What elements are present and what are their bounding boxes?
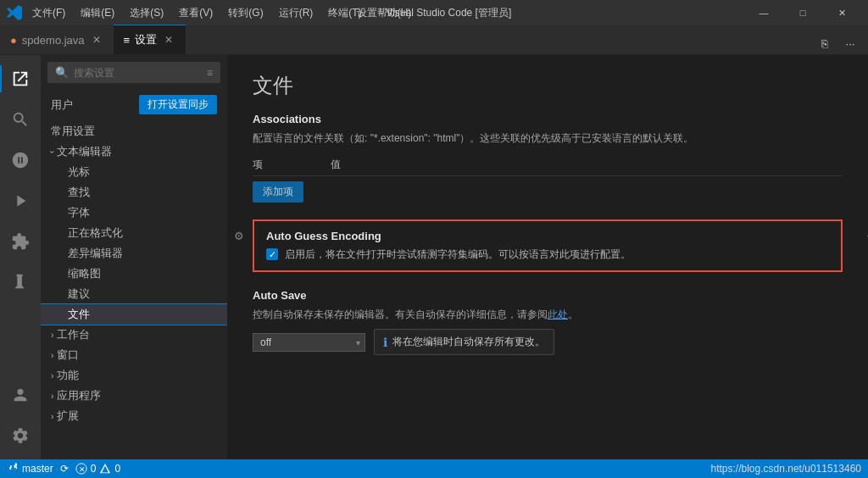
nav-diff-editor[interactable]: 差异编辑器 [41, 243, 227, 264]
auto-guess-encoding-checkbox[interactable]: ✓ [266, 248, 278, 260]
nav-workbench-label: 工作台 [57, 327, 90, 342]
settings-content: 文件 Associations 配置语言的文件关联（如: "*.extensio… [227, 55, 868, 459]
git-branch-icon [7, 463, 19, 475]
auto-save-desc-suffix: 。 [568, 308, 578, 320]
nav-suggestions-label: 建议 [68, 286, 90, 302]
activity-search[interactable] [0, 99, 41, 140]
settings-sidebar: 🔍 ≡ 用户 打开设置同步 常用设置 › 文本编辑器 光标 查找 [41, 55, 227, 459]
warning-count: 0 [114, 463, 120, 475]
auto-save-section: Auto Save 控制自动保存未保存的编辑器。有关自动保存的详细信息，请参阅此… [253, 289, 843, 355]
window-title: 设置 - Visual Studio Code [管理员] [357, 6, 512, 20]
nav-app-arrow: › [51, 392, 53, 401]
tab-spdemo-close[interactable]: ✕ [90, 33, 103, 47]
titlebar-controls: — □ ✕ [744, 0, 861, 25]
settings-nav: 常用设置 › 文本编辑器 光标 查找 字体 正在格式化 差异编辑器 [41, 118, 227, 459]
nav-app-label: 应用程序 [57, 388, 101, 403]
settings-search-input[interactable] [74, 67, 202, 79]
activity-bar-bottom [0, 375, 41, 459]
activity-debug[interactable] [0, 181, 41, 221]
sync-icon: ⟳ [60, 463, 69, 475]
minimize-button[interactable]: — [744, 0, 783, 25]
nav-font[interactable]: 字体 [41, 203, 227, 223]
tab-spdemo-label: spdemo.java [22, 34, 85, 47]
nav-workbench[interactable]: › 工作台 [41, 325, 227, 345]
nav-font-label: 字体 [68, 205, 90, 220]
auto-guess-encoding-checkbox-row: ✓ 启用后，将在文件打开时尝试猜测字符集编码。可以按语言对此项进行配置。 [266, 247, 829, 262]
associations-title: Associations [253, 113, 843, 125]
nav-common-settings[interactable]: 常用设置 [41, 121, 227, 142]
menu-edit[interactable]: 编辑(E) [74, 4, 121, 22]
tab-settings-icon: ≡ [124, 34, 131, 47]
git-branch-label: master [22, 463, 53, 475]
nav-window[interactable]: › 窗口 [41, 345, 227, 365]
auto-save-select[interactable]: off afterDelay onFocusChange onWindowCha… [253, 333, 365, 352]
errors-info[interactable]: ✕ 0 0 [75, 463, 120, 475]
more-actions-button[interactable]: ··· [839, 32, 861, 54]
settings-search-box[interactable]: 🔍 ≡ [47, 62, 220, 83]
sync-button[interactable]: 打开设置同步 [139, 95, 217, 114]
settings-filter-icon: ≡ [207, 67, 213, 79]
nav-extensions-label: 扩展 [57, 409, 79, 424]
col-header-item: 项 [253, 158, 263, 172]
checkbox-check-icon: ✓ [269, 249, 276, 260]
menu-goto[interactable]: 转到(G) [221, 4, 270, 22]
tab-settings-close[interactable]: ✕ [162, 33, 175, 47]
nav-app[interactable]: › 应用程序 [41, 386, 227, 406]
nav-text-editor-arrow: › [47, 150, 57, 153]
auto-save-desc-prefix: 控制自动保存未保存的编辑器。有关自动保存的详细信息，请参阅 [253, 308, 548, 320]
nav-workbench-arrow: › [51, 331, 53, 340]
activity-account[interactable] [0, 375, 41, 415]
warning-icon [99, 463, 111, 475]
activity-gear[interactable] [0, 415, 41, 456]
sync-button-status[interactable]: ⟳ [60, 463, 69, 475]
auto-guess-encoding-title: Auto Guess Encoding [266, 230, 829, 242]
nav-window-arrow: › [51, 351, 53, 360]
nav-cursor[interactable]: 光标 [41, 162, 227, 182]
menu-view[interactable]: 查看(V) [172, 4, 220, 22]
auto-save-select-wrapper: off afterDelay onFocusChange onWindowCha… [253, 333, 365, 352]
auto-save-title: Auto Save [253, 289, 843, 302]
nav-features[interactable]: › 功能 [41, 365, 227, 386]
close-button[interactable]: ✕ [822, 0, 861, 25]
activity-extensions[interactable] [0, 221, 41, 262]
svg-text:✕: ✕ [79, 465, 86, 474]
nav-suggestions[interactable]: 建议 [41, 284, 227, 304]
add-item-button[interactable]: 添加项 [253, 181, 303, 203]
error-icon: ✕ [75, 463, 87, 475]
error-count: 0 [91, 463, 97, 475]
user-label: 用户 [51, 97, 73, 113]
nav-find-label: 查找 [68, 185, 90, 200]
tab-settings[interactable]: ≡ 设置 ✕ [114, 25, 186, 54]
statusbar-url[interactable]: https://blog.csdn.net/u011513460 [711, 463, 861, 475]
titlebar: 文件(F) 编辑(E) 选择(S) 查看(V) 转到(G) 运行(R) 终端(T… [0, 0, 868, 25]
auto-save-link[interactable]: 此处 [548, 308, 568, 320]
nav-extensions[interactable]: › 扩展 [41, 406, 227, 426]
nav-formatting[interactable]: 正在格式化 [41, 223, 227, 243]
tab-spdemo-icon: ● [10, 34, 17, 47]
nav-cursor-label: 光标 [68, 164, 90, 180]
maximize-button[interactable]: □ [783, 0, 822, 25]
activity-explorer[interactable] [0, 58, 41, 99]
menu-file[interactable]: 文件(F) [25, 4, 72, 22]
main-layout: 🔍 ≡ 用户 打开设置同步 常用设置 › 文本编辑器 光标 查找 [0, 55, 868, 459]
nav-find[interactable]: 查找 [41, 182, 227, 203]
nav-files-label: 文件 [68, 307, 90, 322]
nav-text-editor-label: 文本编辑器 [57, 144, 112, 159]
auto-guess-encoding-checkbox-label: 启用后，将在文件打开时尝试猜测字符集编码。可以按语言对此项进行配置。 [285, 247, 631, 262]
tabbar-actions: ⎘ ··· [814, 32, 868, 54]
activity-git[interactable] [0, 140, 41, 181]
menu-select[interactable]: 选择(S) [123, 4, 170, 22]
search-icon: 🔍 [55, 66, 69, 79]
nav-features-label: 功能 [57, 368, 79, 383]
activity-flask[interactable] [0, 262, 41, 303]
nav-files[interactable]: 文件 [41, 304, 227, 325]
git-branch[interactable]: master [7, 463, 53, 475]
encoding-gear-icon[interactable]: ⚙ [234, 230, 244, 242]
tabbar: ● spdemo.java ✕ ≡ 设置 ✕ ⎘ ··· [0, 25, 868, 55]
menu-run[interactable]: 运行(R) [272, 4, 320, 22]
nav-minimap[interactable]: 缩略图 [41, 264, 227, 284]
nav-text-editor[interactable]: › 文本编辑器 [41, 142, 227, 162]
split-editor-button[interactable]: ⎘ [814, 32, 836, 54]
tab-settings-label: 设置 [135, 32, 157, 47]
tab-spdemo[interactable]: ● spdemo.java ✕ [0, 25, 114, 54]
